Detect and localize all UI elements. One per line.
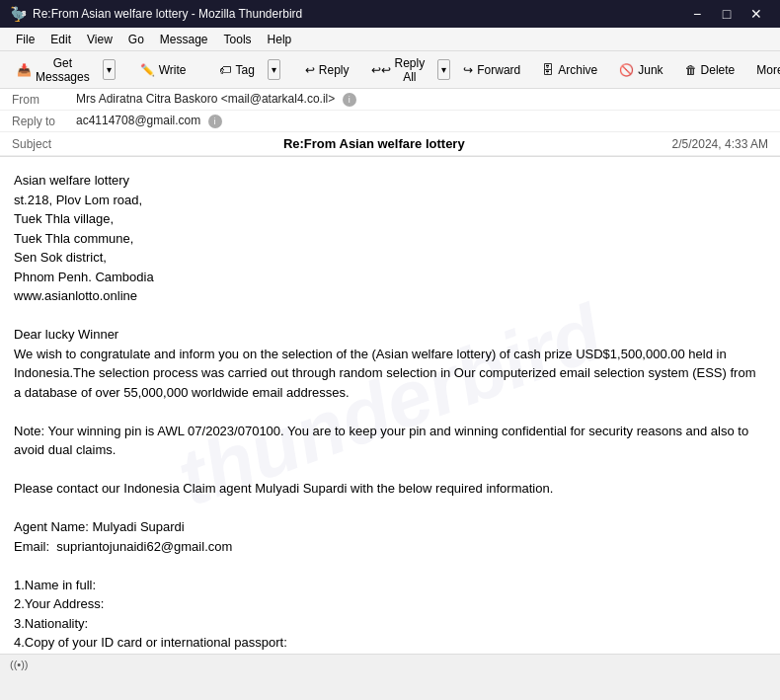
toolbar: 📥 Get Messages ▾ ✏️ Write 🏷 Tag ▾ ↩ Repl… (0, 51, 780, 89)
body-agent-email: Email: supriantojunaidi62@gmail.com (14, 537, 766, 557)
menu-edit[interactable]: Edit (42, 31, 79, 48)
reply-all-icon: ↩↩ (371, 63, 391, 77)
from-row: From Mrs Adiratna Citra Baskoro <mail@at… (0, 89, 780, 111)
app-icon: 🦤 (10, 6, 27, 22)
body-line-4: Tuek Thla commune, (14, 229, 766, 249)
titlebar: 🦤 Re:From Asian welfare lottery - Mozill… (0, 0, 780, 28)
junk-button[interactable]: 🚫 Junk (610, 58, 671, 82)
replyto-text: ac4114708@gmail.com (76, 114, 200, 127)
body-line-6: Phnom Penh. Cambodia (14, 268, 766, 287)
email-headers: From Mrs Adiratna Citra Baskoro <mail@at… (0, 89, 780, 157)
get-messages-icon: 📥 (17, 63, 32, 77)
get-messages-dropdown[interactable]: ▾ (103, 59, 116, 80)
body-line-2: st.218, Plov Lom road, (14, 191, 766, 210)
body-line-5: Sen Sok district, (14, 248, 766, 268)
tag-label: Tag (235, 63, 254, 77)
body-address-block: Asian welfare lottery st.218, Plov Lom r… (14, 171, 766, 306)
write-label: Write (159, 63, 187, 77)
delete-icon: 🗑 (685, 63, 697, 77)
write-icon: ✏️ (140, 63, 155, 77)
menu-help[interactable]: Help (260, 31, 300, 48)
forward-icon: ↪ (463, 63, 473, 77)
body-req-4: 4.Copy of your ID card or international … (14, 633, 766, 653)
menu-file[interactable]: File (8, 31, 42, 48)
body-note: Note: Your winning pin is AWL 07/2023/07… (14, 422, 766, 460)
body-req-2: 2.Your Address: (14, 594, 766, 614)
body-greeting: Dear lucky Winner (14, 325, 766, 345)
from-value: Mrs Adiratna Citra Baskoro <mail@atarkal… (76, 92, 768, 107)
body-contact: Please contact our Indonesia Claim agent… (14, 479, 766, 499)
archive-button[interactable]: 🗄 Archive (533, 58, 606, 82)
delete-button[interactable]: 🗑 Delete (676, 58, 744, 82)
tag-icon: 🏷 (219, 63, 231, 77)
body-line-3: Tuek Thla village, (14, 209, 766, 229)
reply-all-dropdown[interactable]: ▾ (437, 59, 450, 80)
subject-label: Subject (12, 137, 76, 151)
archive-label: Archive (558, 63, 597, 77)
reply-all-button[interactable]: ↩↩ Reply All (362, 51, 434, 89)
titlebar-left: 🦤 Re:From Asian welfare lottery - Mozill… (10, 6, 302, 22)
email-content: Asian welfare lottery st.218, Plov Lom r… (14, 171, 766, 653)
reply-button[interactable]: ↩ Reply (296, 58, 358, 82)
menu-tools[interactable]: Tools (216, 31, 260, 48)
forward-label: Forward (477, 63, 520, 77)
get-messages-label: Get Messages (36, 56, 90, 84)
reply-label: Reply (319, 63, 350, 77)
junk-icon: 🚫 (619, 63, 634, 77)
delete-label: Delete (701, 63, 736, 77)
body-line-1: Asian welfare lottery (14, 171, 766, 191)
menu-view[interactable]: View (79, 31, 120, 48)
body-req-3: 3.Nationality: (14, 614, 766, 634)
status-icon: ((•)) (10, 659, 29, 670)
email-body: thunderbird Asian welfare lottery st.218… (0, 157, 780, 654)
minimize-button[interactable]: − (683, 3, 711, 25)
menubar: File Edit View Go Message Tools Help (0, 28, 780, 51)
more-label: More (756, 63, 780, 77)
window-title: Re:From Asian welfare lottery - Mozilla … (33, 7, 302, 21)
body-req-1: 1.Name in full: (14, 576, 766, 595)
reply-icon: ↩ (305, 63, 315, 77)
from-text: Mrs Adiratna Citra Baskoro <mail@atarkal… (76, 92, 335, 106)
junk-label: Junk (638, 63, 663, 77)
replyto-info-icon[interactable]: i (208, 115, 222, 128)
reply-all-label: Reply All (395, 56, 426, 84)
replyto-row: Reply to ac4114708@gmail.com i (0, 111, 780, 132)
write-button[interactable]: ✏️ Write (131, 58, 195, 82)
from-info-icon[interactable]: i (343, 93, 356, 107)
get-messages-button[interactable]: 📥 Get Messages (8, 51, 99, 89)
subject-row: Subject Re:From Asian welfare lottery 2/… (0, 132, 780, 156)
forward-button[interactable]: ↪ Forward (454, 58, 529, 82)
statusbar: ((•)) (0, 654, 780, 673)
maximize-button[interactable]: □ (713, 3, 741, 25)
from-label: From (12, 93, 76, 107)
tag-button[interactable]: 🏷 Tag (210, 58, 263, 82)
body-agent-name: Agent Name: Mulyadi Supardi (14, 517, 766, 537)
body-line-7: www.asianlotto.online (14, 286, 766, 306)
replyto-label: Reply to (12, 115, 76, 128)
date-value: 2/5/2024, 4:33 AM (672, 137, 768, 151)
menu-message[interactable]: Message (152, 31, 216, 48)
more-button[interactable]: More ▾ (747, 58, 780, 82)
body-para1: We wish to congratulate and inform you o… (14, 345, 766, 403)
archive-icon: 🗄 (542, 63, 554, 77)
titlebar-controls: − □ ✕ (683, 3, 770, 25)
close-button[interactable]: ✕ (742, 3, 770, 25)
subject-value: Re:From Asian welfare lottery (283, 136, 465, 151)
tag-dropdown[interactable]: ▾ (268, 59, 280, 80)
replyto-value: ac4114708@gmail.com i (76, 114, 768, 128)
menu-go[interactable]: Go (120, 31, 152, 48)
